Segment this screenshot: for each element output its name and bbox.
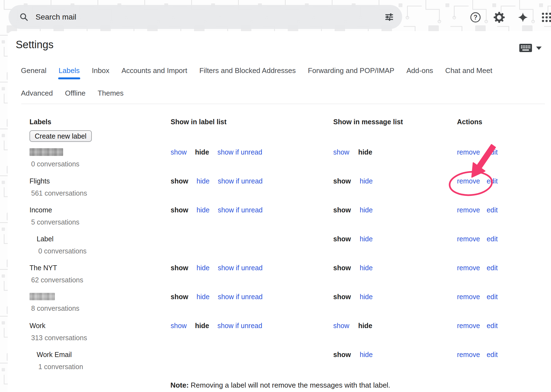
label-list-show-selected: show <box>171 293 188 301</box>
note-label: Note: <box>170 381 189 389</box>
label-list-show-selected: show <box>171 206 188 214</box>
note-text: Removing a label will not remove the mes… <box>191 381 390 389</box>
label-list-show-link[interactable]: show <box>171 321 187 330</box>
label-row-income: Income 5 conversations showhideshow if u… <box>29 206 551 235</box>
help-icon[interactable]: ? <box>469 11 482 24</box>
remove-link[interactable]: remove <box>457 321 480 330</box>
label-name: Work <box>29 321 171 330</box>
tab-labels[interactable]: Labels <box>58 66 80 80</box>
label-list-hide-selected: hide <box>195 321 209 330</box>
label-list-show-if-unread-link[interactable]: show if unread <box>218 206 263 214</box>
settings-tabs-row1: General Labels Inbox Accounts and Import… <box>20 66 493 80</box>
label-row-flights: Flights 561 conversations showhideshow i… <box>29 177 551 206</box>
message-list-hide-link[interactable]: hide <box>360 177 373 185</box>
edit-link[interactable]: edit <box>487 177 498 185</box>
conversation-count: 561 conversations <box>29 189 171 197</box>
edit-link[interactable]: edit <box>487 148 498 156</box>
label-list-hide-selected: hide <box>195 148 209 156</box>
message-list-hide-link[interactable]: hide <box>360 264 373 272</box>
keyboard-icon <box>519 44 532 53</box>
search-options-tune-icon[interactable] <box>385 12 394 22</box>
input-tools-selector[interactable] <box>519 44 542 53</box>
edit-link[interactable]: edit <box>487 264 498 272</box>
edit-link[interactable]: edit <box>487 235 498 243</box>
label-row-the-nyt: The NYT 62 conversations showhideshow if… <box>29 264 551 293</box>
edit-link[interactable]: edit <box>487 350 498 359</box>
label-name: Work Email <box>29 350 171 359</box>
label-list-hide-link[interactable]: hide <box>197 264 209 272</box>
labels-table-header: Labels Show in label list Show in messag… <box>29 118 551 126</box>
label-row-label-child: Label 0 conversations showhide removeedi… <box>29 235 551 264</box>
settings-panel: Settings General Labels Inbox Accounts a… <box>8 31 551 392</box>
remove-link[interactable]: remove <box>457 293 480 301</box>
edit-link[interactable]: edit <box>487 321 498 330</box>
label-list-show-if-unread-link[interactable]: show if unread <box>217 321 262 330</box>
tab-advanced[interactable]: Advanced <box>20 88 53 102</box>
label-list-hide-link[interactable]: hide <box>197 206 209 214</box>
remove-link[interactable]: remove <box>457 206 480 214</box>
search-bar[interactable] <box>9 5 402 29</box>
tab-add-ons[interactable]: Add-ons <box>406 66 434 80</box>
remove-link-flights[interactable]: remove <box>457 177 480 185</box>
col-header-show-in-message-list: Show in message list <box>333 118 457 126</box>
settings-tabs-row2: Advanced Offline Themes <box>20 88 124 102</box>
edit-link[interactable]: edit <box>487 293 498 301</box>
tab-filters-and-blocked-addresses[interactable]: Filters and Blocked Addresses <box>199 66 296 80</box>
conversation-count: 1 conversation <box>29 363 171 371</box>
label-list-show-if-unread-link[interactable]: show if unread <box>218 177 263 185</box>
label-name: Label <box>29 235 171 243</box>
message-list-hide-selected: hide <box>358 148 372 156</box>
tab-inbox[interactable]: Inbox <box>91 66 110 80</box>
conversation-count: 0 conversations <box>29 247 171 255</box>
search-input[interactable] <box>35 12 385 22</box>
footer-note: Note: Removing a label will not remove t… <box>29 381 531 390</box>
remove-link[interactable]: remove <box>457 235 480 243</box>
message-list-show-link[interactable]: show <box>333 321 349 330</box>
label-list-show-if-unread-link[interactable]: show if unread <box>218 293 263 301</box>
label-list-show-selected: show <box>171 264 188 272</box>
label-list-show-if-unread-link[interactable]: show if unread <box>217 148 262 156</box>
message-list-show-selected: show <box>333 350 351 359</box>
message-list-hide-link[interactable]: hide <box>360 206 373 214</box>
label-list-hide-link[interactable]: hide <box>197 177 209 185</box>
message-list-show-link[interactable]: show <box>333 148 349 156</box>
labels-table: Labels Show in label list Show in messag… <box>29 118 551 390</box>
label-row-work: Work 313 conversations showhideshow if u… <box>29 321 551 350</box>
edit-link[interactable]: edit <box>487 206 498 214</box>
conversation-count: 313 conversations <box>29 334 171 342</box>
message-list-show-selected: show <box>333 177 351 185</box>
message-list-hide-selected: hide <box>358 321 372 330</box>
top-bar: ? <box>0 0 551 31</box>
label-list-show-if-unread-link[interactable]: show if unread <box>218 264 263 272</box>
label-list-show-link[interactable]: show <box>171 148 187 156</box>
tab-offline[interactable]: Offline <box>64 88 86 102</box>
tab-accounts-and-import[interactable]: Accounts and Import <box>121 66 188 80</box>
label-list-hide-link[interactable]: hide <box>197 293 209 301</box>
search-icon[interactable] <box>20 13 28 21</box>
create-new-label-button[interactable]: Create new label <box>29 130 92 142</box>
conversation-count: 62 conversations <box>29 276 171 284</box>
label-list-show-selected: show <box>171 177 188 185</box>
apps-grid-icon[interactable] <box>540 11 551 24</box>
message-list-show-selected: show <box>333 235 351 243</box>
remove-link[interactable]: remove <box>457 350 480 359</box>
col-header-actions: Actions <box>457 118 551 126</box>
message-list-hide-link[interactable]: hide <box>360 235 373 243</box>
label-row-redacted-1: 0 conversations showhideshow if unread s… <box>29 148 551 177</box>
tab-themes[interactable]: Themes <box>97 88 124 102</box>
label-name: The NYT <box>29 264 171 272</box>
tab-chat-and-meet[interactable]: Chat and Meet <box>445 66 493 80</box>
tabs-divider <box>21 104 545 104</box>
sparkle-icon[interactable] <box>516 11 530 24</box>
remove-link[interactable]: remove <box>457 264 480 272</box>
message-list-hide-link[interactable]: hide <box>360 293 373 301</box>
label-name: Income <box>29 206 171 214</box>
gear-icon[interactable] <box>493 11 506 24</box>
message-list-hide-link[interactable]: hide <box>360 350 373 359</box>
tab-general[interactable]: General <box>20 66 47 80</box>
redacted-label-name <box>29 293 55 300</box>
message-list-show-selected: show <box>333 264 351 272</box>
remove-link[interactable]: remove <box>457 148 480 156</box>
tab-forwarding-and-pop-imap[interactable]: Forwarding and POP/IMAP <box>307 66 395 80</box>
message-list-show-selected: show <box>333 206 351 214</box>
